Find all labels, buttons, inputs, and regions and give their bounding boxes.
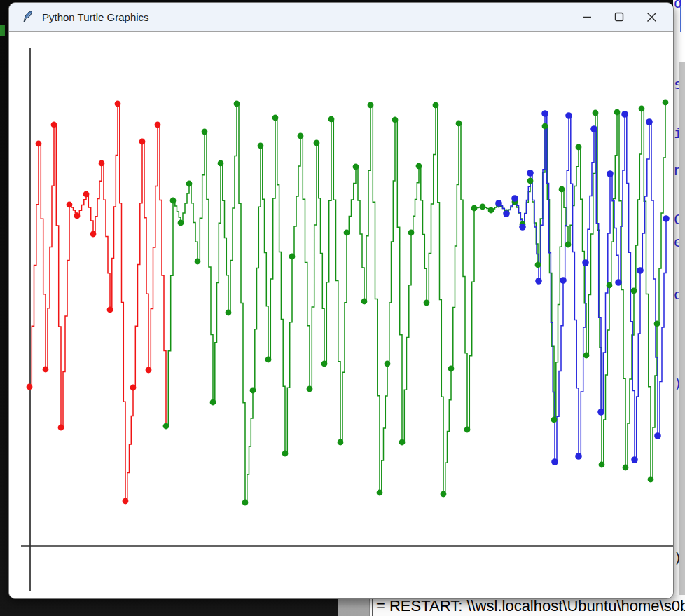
python-feather-icon	[21, 10, 35, 24]
desktop-fragment	[0, 25, 5, 36]
maximize-icon	[614, 12, 624, 22]
turtle-plot-svg	[9, 32, 673, 598]
minimize-button[interactable]	[571, 3, 603, 31]
scrollbar-strip[interactable]	[679, 62, 685, 599]
background-window-border	[680, 6, 681, 32]
background-window-sliver[interactable]: dsinCeo))	[673, 0, 685, 599]
minimize-icon	[582, 12, 592, 22]
close-button[interactable]	[635, 3, 667, 31]
shell-restart-line: = RESTART: \\wsl.localhost\Ubuntu\home\s…	[376, 597, 685, 615]
turtle-graphics-window: Python Turtle Graphics	[8, 2, 674, 599]
edge-text-fragment: d	[674, 0, 684, 10]
window-titlebar[interactable]: Python Turtle Graphics	[9, 3, 673, 31]
turtle-canvas	[9, 31, 673, 598]
shell-divider-line	[372, 596, 373, 616]
maximize-button[interactable]	[603, 3, 635, 31]
window-title: Python Turtle Graphics	[42, 11, 149, 23]
close-icon	[646, 12, 657, 22]
desktop-background: dsinCeo)) = RESTART: \\wsl.localhost\Ubu…	[0, 0, 685, 616]
